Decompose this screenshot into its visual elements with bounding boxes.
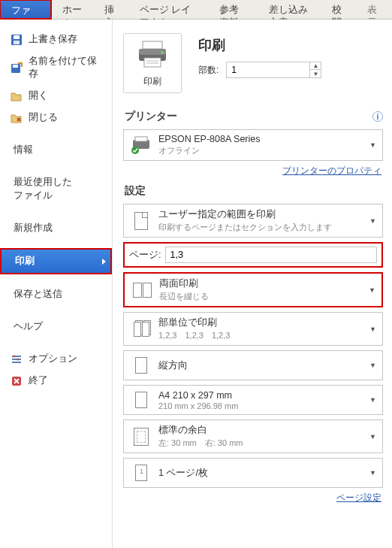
sidebar-new[interactable]: 新規作成	[0, 217, 112, 239]
printer-status: オフライン	[158, 145, 369, 156]
sidebar-exit[interactable]: 終了	[0, 370, 112, 392]
pages-label: ページ:	[129, 249, 161, 262]
sidebar-recent-label-1: 最近使用した	[14, 176, 72, 189]
sidebar-save-label: 上書き保存	[29, 33, 77, 46]
backstage-sidebar: 上書き保存 名前を付けて保存 開く 閉じる 情報 最近使用した ファイル 新規作…	[0, 20, 113, 548]
paper-size-dropdown[interactable]: A4 210 x 297 mm210 mm x 296.98 mm ▼	[123, 385, 383, 415]
printer-icon	[135, 38, 170, 71]
info-icon[interactable]: i	[372, 111, 383, 122]
collate-icon	[130, 319, 152, 340]
margins-dropdown[interactable]: 標準の余白左: 30 mm 右: 30 mm ▼	[123, 419, 383, 453]
sidebar-print[interactable]: 印刷	[0, 248, 112, 274]
copies-spinner[interactable]: ▲▼	[226, 62, 321, 78]
svg-point-24	[131, 147, 139, 154]
tab-view[interactable]: 表示	[357, 0, 392, 19]
chevron-down-icon: ▼	[369, 286, 375, 294]
pages-input-row: ページ:	[123, 242, 383, 268]
sidebar-info-label: 情報	[14, 144, 33, 156]
print-title: 印刷	[198, 36, 321, 54]
svg-rect-15	[143, 41, 162, 49]
pages-per-sheet-icon	[130, 462, 152, 483]
collate-sub: 1,2,3 1,2,3 1,2,3	[158, 330, 369, 341]
page-range-icon	[130, 210, 152, 232]
sidebar-options-label: オプション	[29, 353, 77, 365]
print-range-dropdown[interactable]: ユーザー指定の範囲を印刷印刷するページまたはセクションを入力します ▼	[123, 204, 383, 238]
paper-size-sub: 210 mm x 296.98 mm	[158, 401, 369, 410]
chevron-down-icon: ▼	[369, 469, 376, 477]
printer-name: EPSON EP-808A Series	[158, 134, 369, 144]
options-icon	[11, 353, 23, 365]
print-range-sub: 印刷するページまたはセクションを入力します	[158, 222, 369, 233]
svg-point-18	[161, 51, 164, 54]
settings-header: 設定	[125, 184, 146, 198]
svg-rect-8	[12, 359, 21, 360]
sidebar-recent[interactable]: 最近使用した ファイル	[0, 171, 112, 207]
sidebar-save-as-label: 名前を付けて保存	[29, 55, 101, 80]
spin-down-icon[interactable]: ▼	[310, 70, 321, 77]
printer-header: プリンター	[125, 110, 177, 123]
printer-device-icon	[130, 135, 152, 156]
save-icon	[11, 34, 23, 46]
print-panel: 印刷 印刷 部数: ▲▼ プリンター i EPSON EP-808A Serie…	[113, 20, 392, 548]
svg-rect-1	[14, 35, 20, 39]
paper-size-icon	[130, 389, 152, 410]
printer-properties-link[interactable]: プリンターのプロパティ	[282, 166, 381, 175]
save-as-icon	[11, 62, 23, 74]
exit-icon	[11, 375, 23, 387]
paper-size-title: A4 210 x 297 mm	[158, 390, 369, 401]
open-icon	[11, 90, 23, 102]
copies-input[interactable]	[227, 62, 309, 77]
svg-rect-2	[14, 41, 20, 44]
sidebar-open-label: 開く	[29, 89, 48, 102]
svg-point-10	[14, 355, 16, 357]
svg-point-11	[17, 358, 20, 360]
page-setup-link[interactable]: ページ設定	[336, 493, 381, 502]
tab-mail-merge[interactable]: 差し込み文書	[258, 0, 322, 19]
sidebar-recent-label-2: ファイル	[14, 189, 53, 203]
sidebar-close-label: 閉じる	[29, 111, 58, 124]
duplex-sub: 長辺を綴じる	[159, 291, 369, 302]
sidebar-save[interactable]: 上書き保存	[0, 29, 112, 50]
pages-per-sheet-dropdown[interactable]: 1 ページ/枚 ▼	[123, 458, 383, 488]
tab-file[interactable]: ファイル	[0, 0, 52, 20]
duplex-icon	[131, 280, 153, 301]
sidebar-open[interactable]: 開く	[0, 85, 112, 107]
tab-references[interactable]: 参考資料	[209, 0, 258, 19]
svg-rect-9	[12, 362, 21, 363]
copies-label: 部数:	[198, 64, 219, 77]
sidebar-print-label: 印刷	[15, 255, 35, 268]
tab-insert[interactable]: 挿入	[94, 0, 129, 19]
ribbon-tabs: ファイル ホーム 挿入 ページ レイアウト 参考資料 差し込み文書 校閲 表示	[0, 0, 392, 20]
chevron-down-icon: ▼	[369, 141, 376, 149]
sidebar-options[interactable]: オプション	[0, 348, 112, 370]
margins-icon	[130, 426, 152, 447]
tab-home[interactable]: ホーム	[52, 0, 94, 19]
svg-rect-19	[144, 58, 161, 67]
sidebar-info[interactable]: 情報	[0, 139, 112, 161]
sidebar-save-send-label: 保存と送信	[14, 288, 62, 301]
print-button[interactable]: 印刷	[123, 33, 182, 93]
sidebar-save-send[interactable]: 保存と送信	[0, 283, 112, 305]
close-file-icon	[11, 112, 23, 124]
pages-input[interactable]	[165, 247, 377, 263]
sidebar-help[interactable]: ヘルプ	[0, 316, 112, 338]
sidebar-save-as[interactable]: 名前を付けて保存	[0, 50, 112, 85]
tab-page-layout[interactable]: ページ レイアウト	[129, 0, 209, 19]
pages-per-sheet-title: 1 ページ/枚	[158, 467, 369, 480]
sidebar-close[interactable]: 閉じる	[0, 107, 112, 129]
duplex-dropdown[interactable]: 両面印刷長辺を綴じる ▼	[123, 272, 383, 307]
orientation-dropdown[interactable]: 縦方向 ▼	[123, 350, 383, 380]
sidebar-new-label: 新規作成	[14, 222, 53, 235]
margins-sub: 左: 30 mm 右: 30 mm	[158, 437, 369, 449]
collate-dropdown[interactable]: 部単位で印刷1,2,3 1,2,3 1,2,3 ▼	[123, 312, 383, 346]
collate-title: 部単位で印刷	[158, 316, 369, 329]
duplex-title: 両面印刷	[159, 277, 369, 290]
chevron-down-icon: ▼	[369, 433, 376, 441]
spin-up-icon[interactable]: ▲	[310, 62, 321, 70]
printer-dropdown[interactable]: EPSON EP-808A Seriesオフライン ▼	[123, 129, 383, 161]
chevron-down-icon: ▼	[369, 325, 376, 333]
tab-review[interactable]: 校閲	[321, 0, 357, 19]
sidebar-exit-label: 終了	[29, 374, 48, 387]
orientation-title: 縦方向	[158, 359, 369, 372]
orientation-icon	[130, 355, 152, 376]
